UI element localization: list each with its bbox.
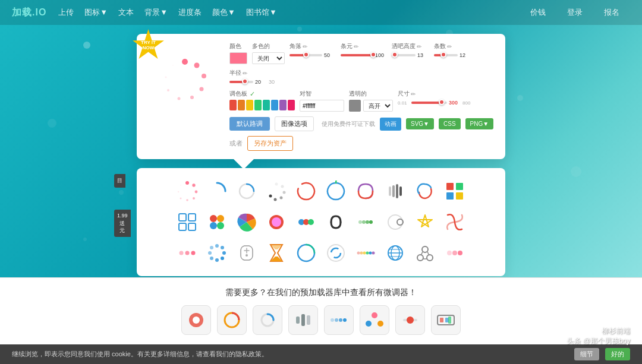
reset-button[interactable]: 默认路调 [229, 117, 270, 131]
svg-rect-104 [440, 318, 443, 322]
icon-item[interactable] [352, 239, 379, 267]
nav-price[interactable]: 价钱 [530, 7, 546, 18]
main-content: TRY ITNOW [0, 25, 642, 276]
svg-point-60 [221, 257, 224, 260]
nav-bg[interactable]: 背景▼ [144, 7, 168, 18]
spinner-animation [161, 57, 209, 105]
svg-rect-35 [188, 223, 196, 230]
angle-edit-icon[interactable]: ✏ [303, 43, 307, 50]
icon-item[interactable] [263, 239, 290, 267]
bar-height-edit-icon[interactable]: ✏ [417, 43, 421, 50]
bar-count-edit-icon[interactable]: ✏ [447, 43, 452, 50]
icon-item[interactable] [382, 178, 409, 205]
more-title: 需要更多？在我们的预加载器库中查看所有微调器！ [10, 287, 632, 298]
palette-swatch-teal[interactable] [263, 100, 270, 110]
icon-item[interactable] [203, 208, 231, 236]
more-icon-6[interactable] [360, 305, 389, 335]
watermark-account: 头条 @那个男孩boy [567, 336, 630, 346]
icon-item[interactable] [382, 239, 409, 267]
icon-item[interactable] [441, 239, 468, 267]
icon-item[interactable] [441, 208, 468, 236]
nav-signup[interactable]: 报名 [604, 7, 619, 18]
color-swatch[interactable] [229, 52, 247, 64]
icon-item[interactable] [382, 208, 409, 236]
icon-item[interactable] [292, 239, 320, 267]
half-slider[interactable] [229, 81, 253, 83]
icon-item[interactable] [411, 239, 439, 267]
icon-item[interactable] [203, 178, 231, 205]
icon-item[interactable] [292, 208, 320, 236]
bar-edit-icon[interactable]: ✏ [354, 43, 358, 50]
half-edit-icon[interactable]: ✏ [243, 70, 247, 77]
svg-rect-27 [399, 186, 402, 196]
nav-upload[interactable]: 上传 [58, 7, 74, 18]
side-badge-price[interactable]: 1.99 送 元 [114, 210, 131, 237]
size-slider[interactable] [411, 102, 447, 104]
icon-item[interactable] [411, 208, 439, 236]
icon-item[interactable] [203, 239, 231, 267]
bar-height-slider[interactable] [392, 54, 416, 56]
animate-button[interactable]: 动画 [380, 118, 401, 131]
side-badge-top[interactable]: 目 [114, 174, 125, 188]
icon-item[interactable] [411, 178, 439, 205]
nav-color[interactable]: 颜色▼ [212, 7, 235, 18]
svg-point-5 [178, 97, 181, 100]
palette-swatch-red[interactable] [229, 100, 237, 110]
more-icon-8[interactable] [431, 305, 461, 335]
svg-point-73 [372, 252, 375, 255]
icon-item[interactable] [322, 239, 350, 267]
icon-item[interactable] [322, 208, 350, 236]
palette-swatch-blue[interactable] [271, 100, 278, 110]
svg-point-70 [363, 252, 366, 255]
controls-row-1: 颜色 多色的 关闭 开启 角落 [229, 42, 496, 85]
icon-item[interactable] [174, 178, 201, 205]
multicolor-select[interactable]: 关闭 开启 [252, 52, 285, 64]
palette-swatch-orange[interactable] [238, 100, 245, 110]
palette-swatch-purple[interactable] [279, 100, 287, 110]
nav-library[interactable]: 图书馆▼ [246, 7, 277, 18]
icon-item[interactable] [352, 208, 379, 236]
palette-swatch-green[interactable] [254, 100, 262, 110]
icon-item[interactable] [233, 208, 260, 236]
more-icon-5[interactable] [324, 305, 354, 335]
svg-button[interactable]: SVG▼ [406, 118, 434, 129]
nav-progress[interactable]: 进度条 [178, 7, 202, 18]
css-button[interactable]: CSS [439, 118, 461, 129]
angle-slider-track[interactable] [289, 54, 322, 56]
nav-icons[interactable]: 图标▼ [84, 7, 108, 18]
size-edit-icon[interactable]: ✏ [411, 91, 416, 97]
icon-item[interactable] [263, 178, 290, 205]
bar-slider[interactable] [341, 54, 373, 56]
more-icon-3[interactable] [253, 305, 282, 335]
save-asset-button[interactable]: 另存为资产 [247, 136, 293, 151]
palette-swatch-pink[interactable] [288, 100, 295, 110]
more-icon-2[interactable] [217, 305, 247, 335]
opacity-select[interactable]: 高开 低 [363, 100, 393, 112]
color-palette[interactable] [229, 100, 295, 110]
brand-logo[interactable]: 加载.IO [12, 7, 46, 19]
palette-swatch-yellow[interactable] [246, 100, 253, 110]
image-options-button[interactable]: 图像选项 [275, 116, 314, 131]
svg-point-10 [192, 183, 195, 186]
cookie-details-button[interactable]: 细节 [574, 348, 599, 360]
cookie-ok-button[interactable]: 好的 [605, 348, 630, 360]
icon-item[interactable] [174, 208, 201, 236]
icon-item[interactable] [322, 178, 350, 205]
icon-item[interactable] [292, 178, 320, 205]
icon-item[interactable] [233, 178, 260, 205]
icon-item[interactable] [441, 178, 468, 205]
bar-count-slider[interactable] [434, 54, 458, 56]
icon-item[interactable] [263, 208, 290, 236]
png-button[interactable]: PNG▼ [465, 118, 494, 129]
icon-item[interactable] [233, 239, 260, 267]
nav-text[interactable]: 文本 [118, 7, 134, 18]
more-icon-4[interactable] [288, 305, 318, 335]
arrow-indicator [232, 157, 256, 169]
icon-item[interactable] [174, 239, 201, 267]
more-icon-7[interactable] [395, 305, 425, 335]
nav-login[interactable]: 登录 [567, 7, 583, 18]
svg-point-36 [210, 215, 217, 222]
more-icon-1[interactable] [181, 305, 211, 335]
brightness-input[interactable] [300, 100, 344, 112]
icon-item[interactable] [352, 178, 379, 205]
